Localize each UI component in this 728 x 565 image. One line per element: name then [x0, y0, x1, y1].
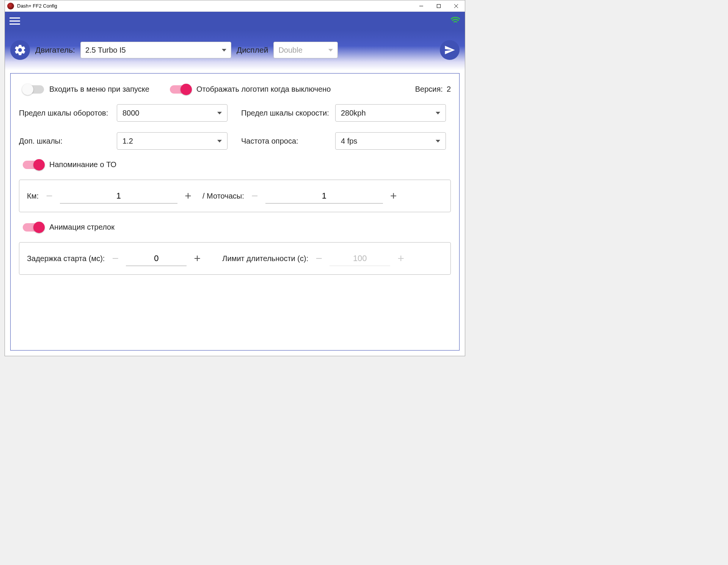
poll-rate-label: Частота опроса:	[241, 137, 335, 146]
maximize-button[interactable]	[430, 0, 447, 12]
hours-minus-button[interactable]: −	[247, 188, 262, 203]
display-label: Дисплей	[237, 45, 268, 55]
menu-on-start-toggle[interactable]	[23, 85, 44, 94]
delay-label: Задержка старта (мс):	[27, 254, 105, 263]
chevron-down-icon	[328, 49, 333, 52]
speed-limit-label: Предел шкалы скорости:	[241, 109, 335, 117]
topbar	[5, 12, 465, 30]
limit-minus-button[interactable]: −	[311, 251, 326, 266]
hours-plus-button[interactable]: +	[386, 188, 401, 203]
limit-label: Лимит длительности (с):	[222, 254, 308, 263]
anim-box: Задержка старта (мс): − + Лимит длительн…	[19, 242, 451, 275]
show-logo-toggle[interactable]	[170, 85, 191, 94]
hours-input[interactable]	[265, 189, 383, 203]
engine-label: Двигатель:	[35, 45, 75, 55]
aux-scales-label: Доп. шкалы:	[19, 137, 117, 146]
km-minus-button[interactable]: −	[42, 188, 57, 203]
app-icon	[7, 3, 14, 9]
send-button[interactable]	[440, 40, 460, 60]
hours-label: / Моточасы:	[202, 192, 244, 200]
display-select[interactable]: Double	[273, 42, 338, 58]
window-title: Dash+ FF2 Config	[17, 3, 413, 9]
limit-input[interactable]	[329, 251, 390, 266]
menu-icon[interactable]	[9, 16, 20, 26]
rpm-limit-value: 8000	[122, 109, 140, 117]
engine-value: 2.5 Turbo I5	[85, 46, 126, 55]
limit-plus-button[interactable]: +	[393, 251, 408, 266]
km-plus-button[interactable]: +	[180, 188, 196, 203]
display-value: Double	[278, 46, 302, 55]
km-label: Км:	[27, 192, 39, 200]
speed-limit-select[interactable]: 280kph	[335, 104, 446, 122]
chevron-down-icon	[436, 112, 440, 114]
rpm-limit-select[interactable]: 8000	[117, 104, 228, 122]
service-reminder-toggle[interactable]	[23, 161, 44, 169]
chevron-down-icon	[436, 140, 440, 142]
version-label: Версия:	[415, 85, 443, 94]
app-body: Двигатель: 2.5 Turbo I5 Дисплей Double В…	[5, 12, 465, 356]
app-window: Dash+ FF2 Config	[5, 0, 465, 356]
close-button[interactable]	[447, 0, 465, 12]
aux-scales-value: 1.2	[122, 137, 133, 146]
delay-minus-button[interactable]: −	[108, 251, 123, 266]
aux-scales-select[interactable]: 1.2	[117, 132, 228, 150]
poll-rate-select[interactable]: 4 fps	[335, 132, 446, 150]
chevron-down-icon	[222, 49, 226, 52]
gear-icon	[10, 40, 30, 60]
config-header: Двигатель: 2.5 Turbo I5 Дисплей Double	[5, 30, 465, 70]
poll-rate-value: 4 fps	[341, 137, 357, 146]
wifi-icon	[450, 15, 460, 27]
chevron-down-icon	[217, 112, 222, 114]
engine-select[interactable]: 2.5 Turbo I5	[80, 42, 231, 58]
titlebar: Dash+ FF2 Config	[5, 0, 465, 12]
needle-anim-toggle[interactable]	[23, 223, 44, 232]
chevron-down-icon	[217, 140, 222, 142]
settings-panel: Входить в меню при запуске Отображать ло…	[10, 73, 460, 351]
menu-on-start-label: Входить в меню при запуске	[49, 85, 149, 94]
needle-anim-label: Анимация стрелок	[49, 223, 115, 232]
delay-input[interactable]	[126, 251, 187, 266]
svg-rect-1	[437, 4, 441, 8]
rpm-limit-label: Предел шкалы оборотов:	[19, 109, 117, 117]
minimize-button[interactable]	[413, 0, 430, 12]
service-reminder-label: Напоминание о ТО	[49, 160, 116, 169]
speed-limit-value: 280kph	[341, 109, 366, 117]
service-box: Км: − + / Моточасы: − +	[19, 180, 451, 212]
km-input[interactable]	[60, 189, 177, 203]
version-value: 2	[447, 85, 451, 94]
show-logo-label: Отображать логотип когда выключено	[196, 85, 331, 94]
delay-plus-button[interactable]: +	[190, 251, 205, 266]
